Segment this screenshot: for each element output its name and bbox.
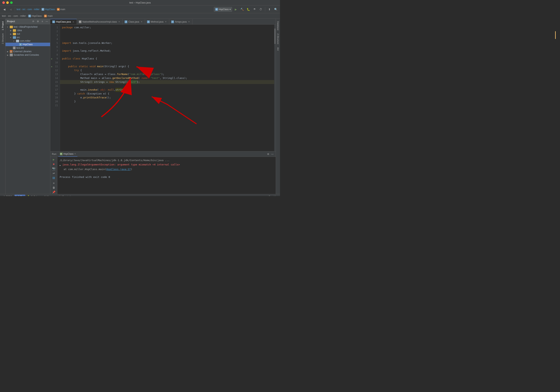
run-stack-btn[interactable]: ≡ xyxy=(51,181,56,185)
close-button[interactable] xyxy=(2,1,5,4)
bc-hspclass[interactable]: HspClass xyxy=(45,8,55,11)
code-line-7: import java.lang.reflect.Method; xyxy=(60,49,276,53)
src-label: src xyxy=(17,36,20,39)
run-trash-btn[interactable]: 🗑 xyxy=(51,186,56,189)
run-tab-label: HspClass xyxy=(63,153,73,155)
debug-button[interactable]: 🐛 xyxy=(245,7,251,12)
code-line-15: String[] strings = new String[]{"123"}; xyxy=(60,80,276,84)
run-wrap-btn[interactable]: ⇌ xyxy=(51,171,56,175)
sidebar-tab-project[interactable]: 1: Project xyxy=(1,20,5,32)
collapse-icon[interactable]: — xyxy=(271,152,274,156)
ln-13: 13 xyxy=(50,72,60,76)
terminal-label: Terminal xyxy=(62,195,70,196)
tree-item-idea[interactable]: ▶ .idea xyxy=(5,29,50,32)
tree-item-root[interactable]: ▾ test ~/IdeaProjects/test xyxy=(5,25,50,29)
editor-scrollbar[interactable] xyxy=(274,25,276,151)
profile-button[interactable]: ⏱ xyxy=(258,7,263,12)
minimize-button[interactable] xyxy=(6,1,9,4)
gear-icon[interactable]: ≡ xyxy=(40,20,44,23)
tab-native-close[interactable]: ✕ xyxy=(118,20,120,23)
coverage-button[interactable]: ☂ xyxy=(252,7,257,12)
tree-item-scratches[interactable]: ▶ ✎ Scratches and Consoles xyxy=(5,53,50,57)
sidebar-tab-structure[interactable]: Z-Structure xyxy=(1,32,5,46)
todo-label: 6: TODO xyxy=(3,195,12,196)
tab-arrays-close[interactable]: ✕ xyxy=(188,20,190,23)
run-output-success: Process finished with exit code 0 xyxy=(60,175,273,179)
run-filter-btn[interactable]: ▤ xyxy=(51,176,56,180)
settings-gear-icon[interactable]: ⚙ xyxy=(266,152,270,156)
event-log-tool[interactable]: Event Log xyxy=(269,195,279,196)
ln-15: 15 xyxy=(50,80,60,84)
ln-3: 3 xyxy=(50,33,60,37)
messages-tool[interactable]: ≡ 0: Messages xyxy=(42,195,57,196)
run-link-hspclass[interactable]: HspClass.java:17 xyxy=(106,168,131,171)
code-editor[interactable]: 1 2 3 4 5 6 7 8 9 10 11 12 13 14 15 16 1 xyxy=(50,25,276,151)
back-button[interactable]: ◀ xyxy=(1,7,7,12)
root-label: test ~/IdeaProjects/test xyxy=(14,26,37,28)
code-line-14: Method main = aClass.getDeclaredMethod( … xyxy=(60,76,276,80)
run-play-btn[interactable]: ▶ xyxy=(51,158,56,161)
tab-method-icon: J xyxy=(147,20,150,23)
window-title: test – HspClass.java xyxy=(129,1,150,4)
right-tab-database[interactable]: Database xyxy=(276,20,280,32)
window-controls[interactable] xyxy=(2,1,13,4)
vcs-button[interactable]: ⬆ xyxy=(267,7,272,12)
hide-icon[interactable]: — xyxy=(45,20,49,23)
tab-method[interactable]: J Method.java ✕ xyxy=(145,19,169,24)
todo-icon: ≡ xyxy=(1,195,3,196)
tab-class-close[interactable]: ✕ xyxy=(140,20,143,23)
run-tab-hspclass[interactable]: ▶ HspClass ✕ xyxy=(58,152,77,157)
tree-item-package[interactable]: ▾ com.miller xyxy=(5,39,50,43)
todo-tool[interactable]: ≡ 6: TODO xyxy=(1,195,12,196)
code-line-4 xyxy=(60,37,276,41)
line-numbers: 1 2 3 4 5 6 7 8 9 10 11 12 13 14 15 16 1 xyxy=(50,25,60,151)
messages-label: 0: Messages xyxy=(44,195,57,196)
code-line-16 xyxy=(60,84,276,88)
project-panel: Project ⟳ ⚙ ≡ — ▾ test ~/IdeaProjects/te… xyxy=(5,19,50,194)
tree-item-hspclass[interactable]: ▶ J HspClass xyxy=(5,43,50,46)
tree-item-iml[interactable]: ▶ i test.iml xyxy=(5,46,50,50)
debug-tool[interactable]: 🐛 5: Debug xyxy=(28,195,40,196)
sync-icon[interactable]: ⟳ xyxy=(32,20,35,23)
tab-arrays[interactable]: J Arrays.java ✕ xyxy=(169,19,192,24)
tree-item-src[interactable]: ▾ src xyxy=(5,36,50,39)
bc-test[interactable]: test xyxy=(17,8,20,11)
tree-item-out[interactable]: ▶ out xyxy=(5,32,50,36)
method-icon: m xyxy=(57,8,60,11)
run-tab-close[interactable]: ✕ xyxy=(74,153,76,155)
tab-method-close[interactable]: ✕ xyxy=(164,20,167,23)
search-everywhere[interactable]: 🔍 xyxy=(273,7,279,12)
terminal-icon: ⬛ xyxy=(59,195,62,196)
tab-hspclass-close[interactable]: ✕ xyxy=(72,20,75,23)
bc-miller[interactable]: miller xyxy=(34,8,40,11)
settings-icon[interactable]: ⚙ xyxy=(36,20,40,23)
bc-src[interactable]: src xyxy=(22,8,26,11)
tab-class[interactable]: J Class.java ✕ xyxy=(123,19,145,24)
run-button[interactable]: ▶ xyxy=(233,7,239,12)
run-pin-btn[interactable]: 📌 xyxy=(51,190,56,194)
terminal-tool[interactable]: ⬛ Terminal xyxy=(59,195,70,196)
out-folder-icon xyxy=(13,33,16,35)
right-tab-structure[interactable]: Z-Structure xyxy=(276,32,280,46)
tab-native[interactable]: C NativeMethodAccessorImpl.class ✕ xyxy=(77,19,123,24)
scrollbar-thumb[interactable] xyxy=(274,29,276,44)
editor-area: J HspClass.java ✕ C NativeMethodAccessor… xyxy=(50,19,276,194)
tab-hspclass[interactable]: J HspClass.java ✕ xyxy=(50,19,77,24)
run-screenshot-btn[interactable]: 📷 xyxy=(51,167,56,170)
run-config-dropdown[interactable]: C HspClass ▾ xyxy=(214,7,232,12)
ln-4: 4 xyxy=(50,37,60,41)
build-button[interactable]: 🔨 xyxy=(239,7,245,12)
bc-com[interactable]: com xyxy=(28,8,32,11)
tree-item-ext[interactable]: ▶ 📚 External Libraries xyxy=(5,50,50,53)
bc-main: main xyxy=(60,8,65,11)
ln-7: 7 xyxy=(50,49,60,53)
forward-button[interactable]: ◀ xyxy=(8,7,13,12)
ln-21: 21 xyxy=(50,103,60,107)
root-folder-icon xyxy=(10,26,13,28)
run-tool[interactable]: ▶ 4: Run xyxy=(14,195,25,196)
out-label: out xyxy=(17,32,20,35)
toolbar-separator xyxy=(15,7,15,11)
right-tab-ant[interactable]: Ant xyxy=(276,46,280,52)
maximize-button[interactable] xyxy=(10,1,13,4)
run-stop-btn[interactable]: ■ xyxy=(51,162,56,166)
